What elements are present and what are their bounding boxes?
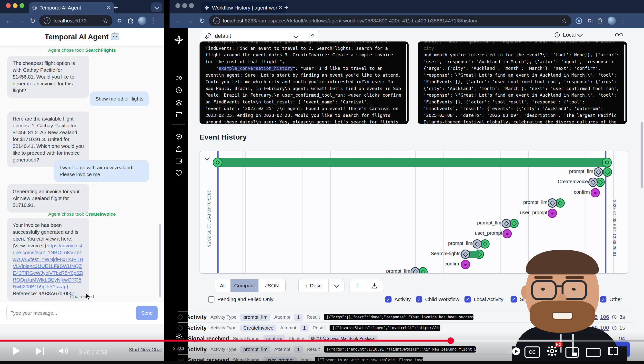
activity-marker-scheduled[interactable] xyxy=(502,219,511,228)
view-all-button[interactable]: All xyxy=(215,279,230,292)
tab-temporal-ai-agent[interactable]: Temporal AI Agent ✕ xyxy=(29,2,114,14)
activity-marker-scheduled[interactable] xyxy=(594,167,603,177)
archive-icon[interactable] xyxy=(170,111,188,118)
sort-desc-button[interactable]: ↓ Desc xyxy=(298,279,328,292)
message-input[interactable] xyxy=(6,306,129,320)
zoom-window-button[interactable] xyxy=(20,3,24,8)
workflow-input-code-panel[interactable]: "description": "Help the user gather arg… xyxy=(200,42,408,124)
activity-marker-completed[interactable] xyxy=(418,267,428,274)
autoplay-toggle[interactable] xyxy=(506,349,520,354)
schedules-icon[interactable] xyxy=(170,86,188,94)
extensions-puzzle-icon[interactable] xyxy=(127,18,134,24)
external-link-icon[interactable] xyxy=(308,33,314,39)
reload-icon[interactable]: ↻ xyxy=(30,17,35,25)
page-scrollbar[interactable] xyxy=(640,122,643,188)
password-manager-icon[interactable] xyxy=(575,17,582,24)
close-window-button[interactable] xyxy=(6,3,11,8)
next-button[interactable] xyxy=(36,348,44,355)
close-tab-icon[interactable]: ✕ xyxy=(278,5,283,11)
signal-marker[interactable] xyxy=(502,229,512,238)
temporal-logo-icon[interactable] xyxy=(174,35,184,45)
address-bar[interactable]: i localhost:5173 ☆ xyxy=(39,15,112,26)
workflows-icon[interactable] xyxy=(170,74,188,82)
progress-playhead[interactable] xyxy=(448,338,454,344)
workflow-start-marker[interactable] xyxy=(213,158,222,167)
close-tab-icon[interactable]: ✕ xyxy=(106,5,111,11)
send-button[interactable]: Send xyxy=(136,306,158,320)
tab-workflow-history[interactable]: Workflow History | agent-wor ✕ xyxy=(201,2,286,14)
pause-button[interactable]: ‖ xyxy=(350,279,366,292)
site-info-icon[interactable]: i xyxy=(44,17,50,24)
pending-failed-filter[interactable]: Pending and Failed Only xyxy=(208,296,274,302)
workflow-execution-bar[interactable] xyxy=(217,158,608,167)
back-icon[interactable]: ← xyxy=(5,17,12,25)
checkbox-checked[interactable]: ✓ xyxy=(464,296,471,302)
bookmark-star-icon[interactable]: ☆ xyxy=(561,17,567,25)
sort-options-chevron-button[interactable] xyxy=(328,279,344,292)
namespace-select[interactable]: default xyxy=(200,30,319,42)
activity-marker-completed[interactable] xyxy=(603,167,612,177)
signal-marker[interactable] xyxy=(461,260,470,269)
miniplayer-button[interactable] xyxy=(566,347,578,358)
forward-icon[interactable]: → xyxy=(187,17,194,25)
signal-marker[interactable] xyxy=(548,208,557,218)
code-scrollbar[interactable] xyxy=(624,44,626,121)
activity-marker-scheduled[interactable] xyxy=(588,178,598,187)
close-window-button[interactable] xyxy=(176,3,180,8)
video-progress-bar[interactable] xyxy=(0,340,644,342)
timezone-select[interactable]: Local xyxy=(554,32,582,38)
stack-icon[interactable] xyxy=(170,99,188,106)
docs-glasses-button[interactable] xyxy=(615,32,623,38)
captions-button[interactable]: CC xyxy=(524,346,540,358)
labs-icon[interactable] xyxy=(170,157,188,165)
chat-scroll-area[interactable]: Agent chose tool: SearchFlights The chea… xyxy=(0,46,164,302)
extension-c-icon[interactable]: C: xyxy=(117,18,123,24)
zoom-window-button[interactable] xyxy=(189,3,194,8)
volume-button[interactable] xyxy=(58,346,69,357)
import-icon[interactable] xyxy=(170,145,188,152)
menu-kebab-icon[interactable]: ⋮ xyxy=(620,17,626,25)
code-scrollbar[interactable] xyxy=(406,44,407,121)
avatar[interactable] xyxy=(608,16,616,25)
invoice-link[interactable]: https://invoice.stripe.com/i/acct_1NBOLu… xyxy=(13,243,83,289)
back-icon[interactable]: ← xyxy=(175,17,182,25)
workflow-result-code-panel[interactable]: none}}, 'next': 'question', 'response': … xyxy=(418,42,627,124)
checkbox-checked[interactable]: ✓ xyxy=(416,296,422,302)
filter-activity[interactable]: ✓Activity xyxy=(385,296,411,302)
menu-kebab-icon[interactable]: ⋮ xyxy=(150,17,157,25)
signal-marker[interactable] xyxy=(590,188,600,197)
activity-marker-scheduled[interactable] xyxy=(548,198,557,208)
checkbox-unchecked[interactable] xyxy=(208,296,214,302)
fullscreen-button[interactable] xyxy=(608,347,618,355)
new-tab-button[interactable]: + xyxy=(284,4,288,12)
view-json-button[interactable]: JSON xyxy=(258,279,286,292)
extension-c-icon[interactable]: C: xyxy=(588,18,593,24)
settings-button[interactable]: HD xyxy=(546,346,558,358)
namespace-cube-icon[interactable] xyxy=(170,133,188,140)
new-tab-button[interactable]: + xyxy=(114,4,118,12)
start-new-chat-link[interactable]: Start New Chat xyxy=(129,347,162,352)
view-compact-button[interactable]: Compact xyxy=(230,279,258,292)
theater-mode-button[interactable] xyxy=(586,348,600,357)
site-info-icon[interactable]: i xyxy=(213,17,220,24)
filter-child-workflow[interactable]: ✓Child Workflow xyxy=(416,296,459,302)
activity-marker-scheduled[interactable] xyxy=(472,239,482,248)
extensions-puzzle-icon[interactable] xyxy=(597,18,603,24)
reload-icon[interactable]: ↻ xyxy=(199,17,205,25)
activity-marker-scheduled[interactable] xyxy=(410,267,420,274)
download-button[interactable] xyxy=(366,279,383,292)
avatar[interactable] xyxy=(138,16,146,25)
play-button[interactable] xyxy=(13,346,20,355)
chat-scrollbar[interactable] xyxy=(159,224,161,297)
minimize-window-button[interactable] xyxy=(13,3,18,8)
minimize-window-button[interactable] xyxy=(182,3,187,8)
checkbox-checked[interactable]: ✓ xyxy=(385,296,392,302)
bookmark-star-icon[interactable]: ☆ xyxy=(102,17,108,25)
activity-marker-scheduled[interactable] xyxy=(461,250,470,259)
workflow-end-marker[interactable] xyxy=(602,158,612,167)
forward-icon[interactable]: → xyxy=(18,17,24,25)
address-bar[interactable]: i localhost:8233/namespaces/default/work… xyxy=(209,15,571,26)
feedback-heart-icon[interactable] xyxy=(170,170,188,177)
collapse-chevron-icon[interactable] xyxy=(205,156,210,160)
tab-search-button[interactable] xyxy=(151,2,162,12)
